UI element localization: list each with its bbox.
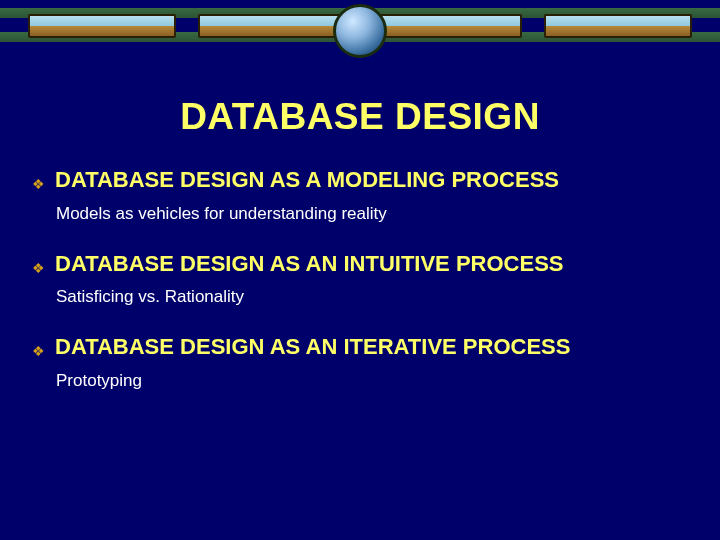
diamond-bullet-icon: ❖ bbox=[32, 177, 45, 191]
bullet-item: ❖ DATABASE DESIGN AS A MODELING PROCESS … bbox=[32, 166, 688, 224]
landscape-strip bbox=[28, 14, 176, 38]
bullet-subtext: Models as vehicles for understanding rea… bbox=[56, 204, 688, 224]
diamond-bullet-icon: ❖ bbox=[32, 261, 45, 275]
globe-icon bbox=[333, 4, 387, 58]
diamond-bullet-icon: ❖ bbox=[32, 344, 45, 358]
bullet-subtext: Prototyping bbox=[56, 371, 688, 391]
bullet-heading: DATABASE DESIGN AS AN INTUITIVE PROCESS bbox=[55, 250, 564, 278]
slide-title: DATABASE DESIGN bbox=[32, 96, 688, 138]
bullet-item: ❖ DATABASE DESIGN AS AN INTUITIVE PROCES… bbox=[32, 250, 688, 308]
decorative-header bbox=[0, 0, 720, 54]
landscape-strip bbox=[544, 14, 692, 38]
bullet-item: ❖ DATABASE DESIGN AS AN ITERATIVE PROCES… bbox=[32, 333, 688, 391]
landscape-strip bbox=[198, 14, 346, 38]
bullet-heading: DATABASE DESIGN AS AN ITERATIVE PROCESS bbox=[55, 333, 570, 361]
bullet-subtext: Satisficing vs. Rationality bbox=[56, 287, 688, 307]
landscape-strip bbox=[374, 14, 522, 38]
bullet-head: ❖ DATABASE DESIGN AS A MODELING PROCESS bbox=[32, 166, 688, 194]
bullet-head: ❖ DATABASE DESIGN AS AN ITERATIVE PROCES… bbox=[32, 333, 688, 361]
slide-body: DATABASE DESIGN ❖ DATABASE DESIGN AS A M… bbox=[0, 96, 720, 417]
bullet-heading: DATABASE DESIGN AS A MODELING PROCESS bbox=[55, 166, 559, 194]
bullet-head: ❖ DATABASE DESIGN AS AN INTUITIVE PROCES… bbox=[32, 250, 688, 278]
